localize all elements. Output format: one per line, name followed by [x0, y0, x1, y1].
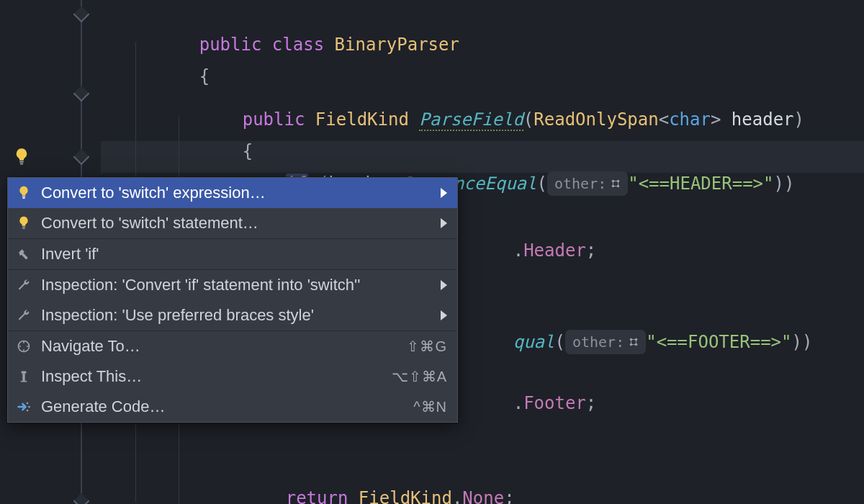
svg-rect-13 [22, 228, 25, 229]
enum-value: Header [523, 240, 586, 261]
svg-rect-0 [19, 161, 24, 163]
inlay-hint-icon [629, 337, 639, 347]
fold-handle-icon[interactable] [73, 86, 90, 102]
popup-item[interactable]: Invert 'if' [8, 239, 457, 269]
type-name: FieldKind [359, 488, 452, 504]
type-name: BinaryParser [335, 35, 459, 55]
popup-item-shortcut: ⌥⇧⌘A [392, 368, 447, 385]
code-line[interactable]: { [137, 42, 210, 65]
popup-item[interactable]: Inspection: 'Convert 'if' statement into… [8, 270, 457, 300]
popup-item-label: Convert to 'switch' expression… [41, 184, 432, 202]
inlay-param-hint: other: [547, 171, 628, 196]
inlay-hint-icon [611, 179, 621, 189]
svg-rect-16 [22, 374, 24, 381]
popup-item-label: Inspection: 'Convert 'if' statement into… [41, 276, 432, 294]
svg-rect-12 [22, 227, 26, 228]
popup-item-label: Invert 'if' [41, 245, 447, 264]
svg-rect-1 [20, 163, 24, 165]
fold-handle-icon[interactable] [73, 149, 90, 166]
code-line[interactable]: .Footer; [451, 369, 596, 392]
submenu-arrow-icon [441, 310, 447, 320]
wrench-icon [15, 307, 32, 324]
code-line[interactable]: .Header; [451, 216, 596, 239]
code-line[interactable]: return FieldKind.None; [223, 464, 515, 487]
code-line[interactable]: public class BinaryParser [137, 10, 459, 33]
param-name: header [732, 109, 794, 130]
method-name: ParseField [419, 109, 523, 131]
submenu-arrow-icon [441, 188, 447, 198]
enum-value: Footer [523, 393, 586, 413]
popup-item-label: Generate Code… [41, 397, 405, 416]
intention-bulb-icon[interactable] [12, 147, 32, 167]
popup-item-label: Inspection: 'Use preferred braces style' [41, 306, 432, 325]
popup-item-shortcut: ^⌘N [413, 398, 447, 415]
inlay-param-hint: other: [565, 330, 646, 354]
popup-item-label: Inspect This… [41, 367, 383, 386]
type-name: FieldKind [315, 109, 409, 130]
popup-item[interactable]: Convert to 'switch' statement… [8, 208, 457, 238]
intention-popup[interactable]: Convert to 'switch' expression…Convert t… [7, 177, 458, 423]
code-line[interactable]: } [180, 494, 253, 504]
hammer-icon [15, 246, 32, 263]
popup-item[interactable]: Navigate To…⇧⌘G [8, 331, 457, 361]
popup-item[interactable]: Inspection: 'Use preferred braces style' [8, 300, 457, 330]
svg-point-20 [27, 410, 29, 412]
svg-point-18 [27, 402, 29, 405]
code-line[interactable]: { [180, 117, 253, 140]
type-arg: char [669, 109, 711, 130]
bulb-yellow-icon [15, 184, 32, 202]
popup-item[interactable]: Convert to 'switch' expression… [8, 178, 457, 208]
code-line[interactable]: public FieldKind ParseField(ReadOnlySpan… [180, 85, 804, 108]
brace-open: { [199, 66, 210, 86]
inspect-icon [15, 368, 32, 385]
popup-item[interactable]: Generate Code…^⌘N [8, 392, 457, 422]
svg-rect-10 [22, 197, 26, 197]
generate-icon [15, 398, 32, 415]
keyword-class: class [272, 35, 324, 55]
keyword-return: return [286, 488, 348, 504]
code-editor[interactable]: public class BinaryParser { public Field… [0, 0, 864, 504]
enum-value: None [462, 488, 504, 504]
type-name: ReadOnlySpan [534, 109, 658, 130]
popup-item-label: Convert to 'switch' statement… [41, 214, 432, 233]
submenu-arrow-icon [441, 280, 447, 290]
svg-rect-15 [22, 372, 27, 374]
bulb-yellow-icon [15, 215, 32, 232]
wrench-icon [15, 276, 32, 294]
method-call-tail: qual [513, 332, 555, 352]
fold-handle-icon[interactable] [73, 493, 90, 504]
string-literal: "<==HEADER==>" [628, 174, 773, 194]
code-line[interactable]: if (header.SequenceEqual(other:"<==HEADE… [223, 148, 794, 171]
popup-item-shortcut: ⇧⌘G [407, 338, 447, 355]
string-literal: "<==FOOTER==>" [646, 332, 791, 352]
fold-handle-icon[interactable] [73, 6, 90, 23]
code-line[interactable]: qual(other:"<==FOOTER==>")) [451, 307, 812, 330]
svg-rect-17 [21, 381, 27, 382]
svg-rect-11 [22, 198, 25, 199]
compass-icon [15, 338, 32, 355]
popup-item-label: Navigate To… [41, 337, 398, 356]
submenu-arrow-icon [441, 218, 447, 228]
popup-item[interactable]: Inspect This…⌥⇧⌘A [8, 361, 457, 392]
svg-point-19 [28, 406, 30, 408]
